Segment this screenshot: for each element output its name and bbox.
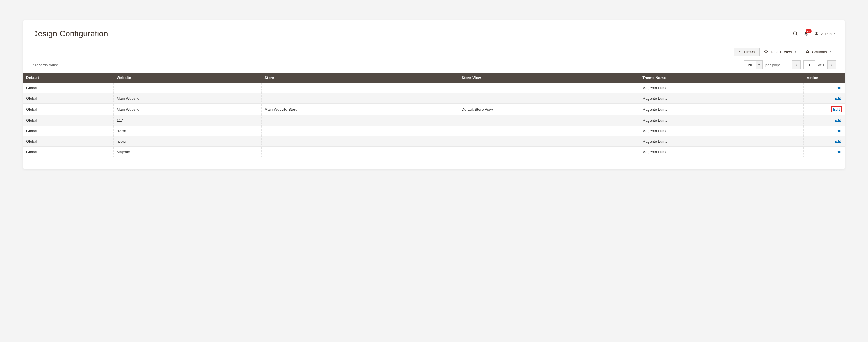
funnel-icon bbox=[738, 50, 742, 54]
cell-default: Global bbox=[23, 126, 114, 136]
chevron-down-icon: ▼ bbox=[829, 50, 832, 53]
edit-link[interactable]: Edit bbox=[831, 106, 842, 113]
table-row[interactable]: GlobalMain WebsiteMagento LumaEdit bbox=[23, 93, 845, 104]
cell-store bbox=[261, 93, 459, 104]
cell-action: Edit bbox=[804, 147, 844, 157]
notifications-button[interactable]: 39 bbox=[804, 31, 809, 36]
filters-button[interactable]: Filters bbox=[734, 48, 760, 56]
cell-website bbox=[114, 83, 261, 93]
design-config-table: Default Website Store Store View Theme N… bbox=[23, 73, 845, 157]
per-page-select[interactable]: 20 ▼ bbox=[744, 60, 763, 69]
table-row[interactable]: Global117Magento LumaEdit bbox=[23, 115, 845, 126]
col-header-action: Action bbox=[804, 73, 844, 83]
cell-store: Main Website Store bbox=[261, 104, 459, 115]
notification-badge: 39 bbox=[806, 29, 812, 33]
table-row[interactable]: GlobalMain WebsiteMain Website StoreDefa… bbox=[23, 104, 845, 115]
chevron-down-icon: ▼ bbox=[833, 32, 836, 35]
svg-point-0 bbox=[794, 32, 797, 35]
cell-store-view bbox=[459, 115, 639, 126]
cell-theme-name: Magento Luma bbox=[639, 93, 804, 104]
default-view-dropdown[interactable]: Default View ▼ bbox=[760, 47, 801, 56]
cell-website: Main Website bbox=[114, 93, 261, 104]
default-view-label: Default View bbox=[771, 50, 792, 54]
page-of-label: of 1 bbox=[818, 63, 825, 67]
col-header-theme-name[interactable]: Theme Name bbox=[639, 73, 804, 83]
per-page-value: 20 bbox=[744, 61, 756, 69]
cell-store-view bbox=[459, 93, 639, 104]
cell-website: Majento bbox=[114, 147, 261, 157]
records-found: 7 records found bbox=[32, 63, 58, 67]
edit-link[interactable]: Edit bbox=[833, 118, 842, 123]
cell-store bbox=[261, 83, 459, 93]
page-prev-button[interactable] bbox=[792, 60, 801, 69]
cell-default: Global bbox=[23, 136, 114, 147]
admin-account-menu[interactable]: Admin ▼ bbox=[814, 31, 836, 36]
edit-link[interactable]: Edit bbox=[833, 139, 842, 144]
search-icon[interactable] bbox=[793, 31, 798, 37]
cell-store-view bbox=[459, 126, 639, 136]
table-row[interactable]: GlobalMagento LumaEdit bbox=[23, 83, 845, 93]
page-next-button[interactable] bbox=[827, 60, 836, 69]
columns-label: Columns bbox=[812, 50, 827, 54]
cell-theme-name: Magento Luma bbox=[639, 147, 804, 157]
col-header-store[interactable]: Store bbox=[261, 73, 459, 83]
chevron-down-icon[interactable]: ▼ bbox=[756, 61, 762, 69]
filters-label: Filters bbox=[744, 50, 755, 54]
cell-action: Edit bbox=[804, 104, 844, 115]
cell-action: Edit bbox=[804, 83, 844, 93]
table-row[interactable]: GlobalriveraMagento LumaEdit bbox=[23, 126, 845, 136]
cell-theme-name: Magento Luma bbox=[639, 104, 804, 115]
table-row[interactable]: GlobalMajentoMagento LumaEdit bbox=[23, 147, 845, 157]
svg-line-1 bbox=[796, 35, 797, 36]
cell-store-view bbox=[459, 83, 639, 93]
edit-link[interactable]: Edit bbox=[833, 86, 842, 90]
cell-store-view bbox=[459, 147, 639, 157]
cell-action: Edit bbox=[804, 93, 844, 104]
col-header-default[interactable]: Default bbox=[23, 73, 114, 83]
gear-icon bbox=[805, 50, 810, 54]
edit-link[interactable]: Edit bbox=[833, 96, 842, 101]
col-header-store-view[interactable]: Store View bbox=[459, 73, 639, 83]
cell-default: Global bbox=[23, 93, 114, 104]
header-actions: 39 Admin ▼ bbox=[793, 31, 836, 37]
admin-card: Design Configuration 39 bbox=[23, 20, 845, 169]
eye-icon bbox=[764, 50, 768, 54]
cell-action: Edit bbox=[804, 115, 844, 126]
cell-action: Edit bbox=[804, 126, 844, 136]
chevron-down-icon: ▼ bbox=[794, 50, 797, 53]
cell-action: Edit bbox=[804, 136, 844, 147]
table-header-row: Default Website Store Store View Theme N… bbox=[23, 73, 845, 83]
cell-theme-name: Magento Luma bbox=[639, 136, 804, 147]
cell-store bbox=[261, 136, 459, 147]
cell-website: rivera bbox=[114, 126, 261, 136]
list-controls: 7 records found 20 ▼ per page of 1 bbox=[23, 60, 845, 73]
user-icon bbox=[814, 31, 819, 36]
page-number-input[interactable] bbox=[804, 60, 815, 69]
page-title: Design Configuration bbox=[32, 29, 108, 38]
admin-label: Admin bbox=[821, 32, 832, 36]
cell-website: 117 bbox=[114, 115, 261, 126]
cell-default: Global bbox=[23, 147, 114, 157]
cell-default: Global bbox=[23, 115, 114, 126]
cell-default: Global bbox=[23, 83, 114, 93]
cell-store bbox=[261, 126, 459, 136]
cell-theme-name: Magento Luma bbox=[639, 115, 804, 126]
pager: 20 ▼ per page of 1 bbox=[744, 60, 836, 69]
cell-store bbox=[261, 147, 459, 157]
cell-theme-name: Magento Luma bbox=[639, 126, 804, 136]
edit-link[interactable]: Edit bbox=[833, 149, 842, 154]
cell-store-view: Default Store View bbox=[459, 104, 639, 115]
col-header-website[interactable]: Website bbox=[114, 73, 261, 83]
grid-toolbar: Filters Default View ▼ Columns bbox=[23, 47, 845, 60]
columns-dropdown[interactable]: Columns ▼ bbox=[801, 47, 836, 56]
cell-store-view bbox=[459, 136, 639, 147]
table-row[interactable]: GlobalriveraMagento LumaEdit bbox=[23, 136, 845, 147]
cell-website: rivera bbox=[114, 136, 261, 147]
cell-website: Main Website bbox=[114, 104, 261, 115]
per-page-label: per page bbox=[766, 63, 780, 67]
cell-theme-name: Magento Luma bbox=[639, 83, 804, 93]
cell-store bbox=[261, 115, 459, 126]
edit-link[interactable]: Edit bbox=[833, 128, 842, 133]
cell-default: Global bbox=[23, 104, 114, 115]
page-header: Design Configuration 39 bbox=[23, 29, 845, 47]
